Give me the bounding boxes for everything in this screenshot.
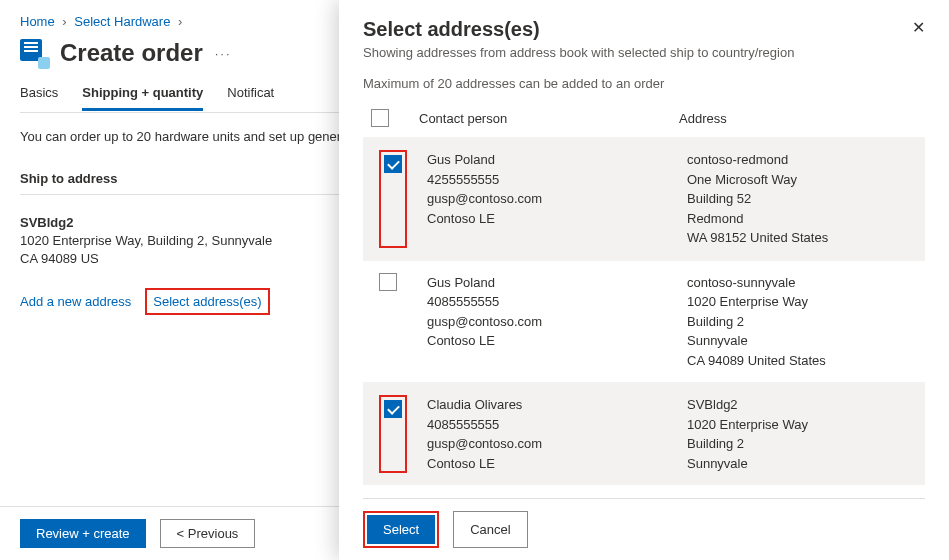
- address-row[interactable]: Gus Poland4085555555gusp@contoso.comCont…: [363, 260, 925, 383]
- highlight-box: Select: [363, 511, 439, 548]
- tab-shipping[interactable]: Shipping + quantity: [82, 85, 203, 111]
- address-cell: contoso-redmondOne Microsoft WayBuilding…: [687, 150, 917, 248]
- close-icon[interactable]: ✕: [912, 18, 925, 37]
- breadcrumb-home[interactable]: Home: [20, 14, 55, 29]
- address-checkbox[interactable]: [384, 155, 402, 173]
- select-address-panel: Select address(es) Showing addresses fro…: [339, 0, 949, 560]
- address-cell: SVBldg21020 Enterprise WayBuilding 2Sunn…: [687, 395, 917, 473]
- panel-subtitle: Showing addresses from address book with…: [363, 45, 794, 60]
- address-checkbox[interactable]: [384, 400, 402, 418]
- column-contact: Contact person: [419, 111, 679, 126]
- cancel-button[interactable]: Cancel: [453, 511, 527, 548]
- contact-cell: Gus Poland4085555555gusp@contoso.comCont…: [427, 273, 687, 371]
- panel-footer: Select Cancel: [363, 498, 925, 560]
- select-all-checkbox[interactable]: [371, 109, 389, 127]
- select-addresses-link[interactable]: Select address(es): [153, 294, 261, 309]
- address-list: Gus Poland4255555555gusp@contoso.comCont…: [363, 137, 925, 485]
- more-button[interactable]: ···: [215, 46, 232, 61]
- select-button[interactable]: Select: [367, 515, 435, 544]
- tab-notifications[interactable]: Notificat: [227, 85, 274, 111]
- panel-note: Maximum of 20 addresses can be added to …: [363, 76, 925, 91]
- highlight-box: [379, 395, 407, 473]
- address-row[interactable]: Gus Poland4255555555gusp@contoso.comCont…: [363, 137, 925, 260]
- page-title: Create order: [60, 39, 203, 67]
- column-address: Address: [679, 111, 925, 126]
- address-checkbox[interactable]: [379, 273, 397, 291]
- panel-title: Select address(es): [363, 18, 794, 41]
- tab-basics[interactable]: Basics: [20, 85, 58, 111]
- chevron-right-icon: ›: [178, 14, 182, 29]
- address-cell: contoso-sunnyvale1020 Enterprise WayBuil…: [687, 273, 917, 371]
- breadcrumb-hardware[interactable]: Select Hardware: [74, 14, 170, 29]
- chevron-right-icon: ›: [62, 14, 66, 29]
- contact-cell: Gus Poland4255555555gusp@contoso.comCont…: [427, 150, 687, 248]
- highlight-box: Select address(es): [145, 288, 269, 315]
- previous-button[interactable]: < Previous: [160, 519, 256, 548]
- address-row[interactable]: Claudia Olivares4085555555gusp@contoso.c…: [363, 382, 925, 485]
- order-icon: [20, 39, 48, 67]
- add-address-link[interactable]: Add a new address: [20, 294, 131, 309]
- review-create-button[interactable]: Review + create: [20, 519, 146, 548]
- address-list-header: Contact person Address: [363, 91, 925, 137]
- highlight-box: [379, 150, 407, 248]
- contact-cell: Claudia Olivares4085555555gusp@contoso.c…: [427, 395, 687, 473]
